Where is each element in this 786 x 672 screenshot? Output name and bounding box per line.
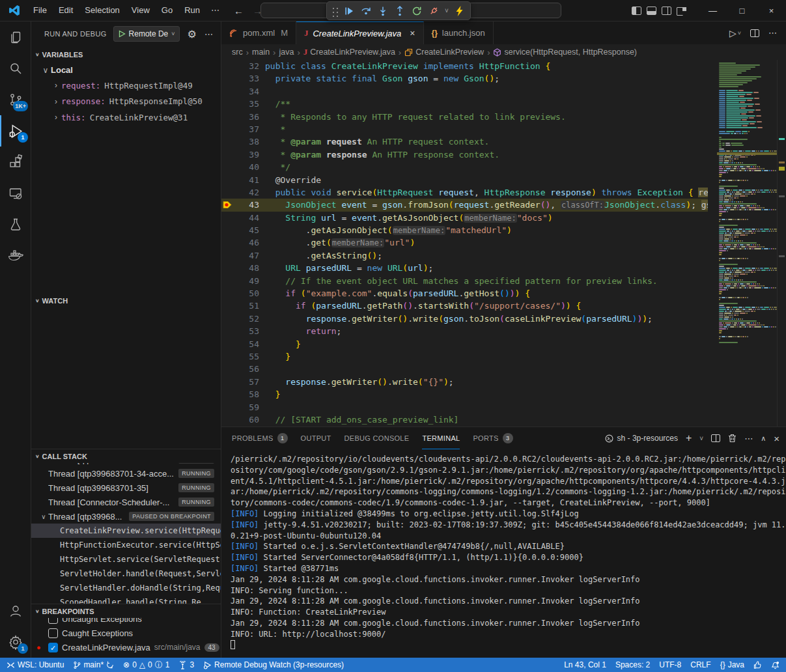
step-out-button[interactable] bbox=[392, 3, 408, 19]
menu-run[interactable]: Run bbox=[178, 3, 206, 18]
breakpoint-gutter[interactable] bbox=[221, 98, 236, 110]
tab-launch-json[interactable]: {} launch.json bbox=[424, 21, 494, 44]
toggle-sidebar-icon[interactable] bbox=[632, 7, 641, 15]
panel-more-icon[interactable]: ⋯ bbox=[744, 434, 753, 443]
close-panel-icon[interactable]: × bbox=[774, 433, 779, 444]
cursor-position[interactable]: Ln 43, Col 1 bbox=[559, 658, 611, 672]
menu-edit[interactable]: Edit bbox=[53, 3, 79, 18]
variables-scope-local[interactable]: ∨ Local bbox=[40, 63, 73, 77]
breakpoint-gutter[interactable] bbox=[221, 338, 236, 350]
git-branch-indicator[interactable]: main* bbox=[68, 658, 119, 672]
breakpoint-gutter[interactable] bbox=[221, 111, 236, 123]
breakpoint-gutter[interactable] bbox=[221, 60, 236, 72]
breakpoints-section-header[interactable]: ∨ BREAKPOINTS bbox=[31, 604, 221, 618]
activity-docker[interactable] bbox=[0, 240, 31, 272]
breakpoint-gutter[interactable] bbox=[221, 123, 236, 135]
sidebar-more-icon[interactable]: ⋯ bbox=[204, 29, 213, 39]
activity-extensions[interactable] bbox=[0, 147, 31, 178]
breakpoint-gutter[interactable] bbox=[221, 236, 236, 249]
terminal-output[interactable]: /pierrick/.m2/repository/io/cloudevents/… bbox=[221, 449, 786, 658]
tab-close-icon[interactable]: × bbox=[410, 28, 415, 38]
breakpoint-gutter[interactable] bbox=[221, 186, 236, 199]
call-stack-thread[interactable]: Thread [qtp399683701-35]RUNNING bbox=[31, 481, 221, 495]
variable-row[interactable]: ›response:HttpResponseImpl@50 bbox=[51, 94, 221, 110]
indentation-indicator[interactable]: Spaces: 2 bbox=[611, 658, 654, 672]
breadcrumb-class[interactable]: CreateLinkPreview bbox=[404, 48, 484, 57]
activity-explorer[interactable] bbox=[0, 21, 31, 53]
problems-indicator[interactable]: ⊗0 △0 ⓘ1 bbox=[119, 658, 174, 672]
breadcrumb-method[interactable]: service(HttpRequest, HttpResponse) bbox=[493, 48, 637, 57]
stack-frame[interactable]: ServletHolder.handle(Request,Servlet bbox=[31, 567, 221, 581]
notifications-indicator[interactable] bbox=[766, 658, 786, 672]
debug-watch-indicator[interactable]: Remote Debug Watch (3p-resources) bbox=[199, 658, 348, 672]
breakpoint-gutter[interactable] bbox=[221, 300, 236, 312]
close-button[interactable]: × bbox=[757, 0, 786, 21]
toolbar-grip-icon[interactable] bbox=[331, 5, 339, 17]
variables-section-header[interactable]: ∨ VARIABLES bbox=[31, 48, 221, 62]
breakpoint-gutter[interactable] bbox=[221, 325, 236, 337]
panel-tab-problems[interactable]: PROBLEMS 1 bbox=[232, 427, 288, 449]
breakpoint-gutter[interactable] bbox=[221, 313, 236, 325]
variable-row[interactable]: ›request:HttpRequestImpl@49 bbox=[51, 77, 221, 94]
menu-file[interactable]: File bbox=[27, 3, 53, 18]
language-indicator[interactable]: {} Java bbox=[716, 658, 749, 672]
breadcrumb-src[interactable]: src bbox=[232, 48, 243, 57]
launch-config-dropdown[interactable]: Remote De ˅ bbox=[113, 26, 180, 42]
encoding-indicator[interactable]: UTF-8 bbox=[654, 658, 686, 672]
breakpoint-gutter[interactable] bbox=[221, 388, 236, 400]
breakpoint-gutter[interactable] bbox=[221, 363, 236, 375]
breakpoint-gutter[interactable] bbox=[221, 199, 236, 211]
variable-row[interactable]: ›this:CreateLinkPreview@31 bbox=[51, 109, 221, 126]
breakpoint-gutter[interactable] bbox=[221, 174, 236, 186]
minimize-button[interactable]: — bbox=[698, 0, 727, 21]
activity-source-control[interactable]: 1K+ bbox=[0, 84, 31, 115]
stack-frame[interactable]: HttpServlet.service(ServletRequest,S bbox=[31, 552, 221, 567]
panel-tab-ports[interactable]: PORTS 3 bbox=[473, 427, 512, 449]
run-file-button[interactable]: ▷ ˅ bbox=[729, 28, 741, 38]
split-editor-icon[interactable] bbox=[750, 29, 759, 37]
breakpoint-gutter[interactable] bbox=[221, 262, 236, 274]
breakpoint-gutter[interactable] bbox=[221, 401, 236, 413]
toggle-panel-icon[interactable] bbox=[647, 7, 656, 15]
activity-remote-explorer[interactable] bbox=[0, 178, 31, 209]
breakpoint-gutter[interactable] bbox=[221, 85, 236, 98]
breadcrumb-file[interactable]: J CreateLinkPreview.java bbox=[303, 47, 395, 57]
call-stack-thread[interactable]: ∨Thread [qtp39968...PAUSED ON BREAKPOINT bbox=[31, 509, 221, 524]
panel-tab-terminal[interactable]: TERMINAL bbox=[422, 427, 460, 449]
restart-button[interactable] bbox=[409, 3, 425, 19]
stack-frame[interactable]: CreateLinkPreview.service(HttpReques bbox=[31, 524, 221, 538]
split-terminal-icon[interactable] bbox=[711, 434, 720, 442]
menu-view[interactable]: View bbox=[126, 3, 156, 18]
breakpoint-gutter[interactable] bbox=[221, 275, 236, 287]
overview-ruler[interactable] bbox=[777, 60, 786, 427]
menu-overflow[interactable]: ⋯ bbox=[206, 3, 225, 18]
customize-layout-icon[interactable] bbox=[677, 7, 686, 15]
debug-settings-gear-icon[interactable]: ⚙ bbox=[188, 28, 197, 40]
terminal-select[interactable]: sh - 3p-resources bbox=[605, 434, 678, 443]
breakpoint-row[interactable]: Caught Exceptions bbox=[31, 626, 221, 640]
nav-back-icon[interactable]: ← bbox=[234, 5, 244, 16]
breakpoint-gutter[interactable] bbox=[221, 212, 236, 224]
terminal-dropdown-icon[interactable]: ˅ bbox=[699, 435, 703, 442]
step-into-button[interactable] bbox=[375, 3, 391, 19]
new-terminal-icon[interactable]: + bbox=[686, 432, 692, 444]
panel-tab-output[interactable]: OUTPUT bbox=[301, 427, 331, 449]
editor-more-icon[interactable]: ⋯ bbox=[768, 28, 777, 38]
call-stack-section-header[interactable]: ∨ CALL STACK bbox=[31, 449, 221, 463]
activity-accounts[interactable] bbox=[0, 595, 31, 626]
stack-frame[interactable]: HttpFunctionExecutor.service(HttpSer bbox=[31, 538, 221, 552]
breadcrumb-java[interactable]: java bbox=[279, 48, 294, 57]
breakpoint-gutter[interactable] bbox=[221, 161, 236, 173]
ports-indicator[interactable]: 3 bbox=[174, 658, 199, 672]
disconnect-chevron-icon[interactable]: ˅ bbox=[443, 7, 451, 14]
activity-settings[interactable]: 1 bbox=[0, 626, 31, 658]
call-stack-thread[interactable]: Thread [Connector-Scheduler-...RUNNING bbox=[31, 495, 221, 509]
continue-button[interactable] bbox=[341, 3, 357, 19]
call-stack-thread[interactable]: Thread [qtp399683701-34-acce...RUNNING bbox=[31, 466, 221, 481]
breadcrumb-main[interactable]: main bbox=[252, 48, 270, 57]
remote-indicator[interactable]: WSL: Ubuntu bbox=[0, 658, 68, 672]
breakpoint-gutter[interactable] bbox=[221, 148, 236, 161]
feedback-indicator[interactable] bbox=[749, 658, 766, 672]
tab-createlinkpreview-java[interactable]: J CreateLinkPreview.java × bbox=[296, 21, 424, 44]
maximize-button[interactable]: □ bbox=[727, 0, 757, 21]
